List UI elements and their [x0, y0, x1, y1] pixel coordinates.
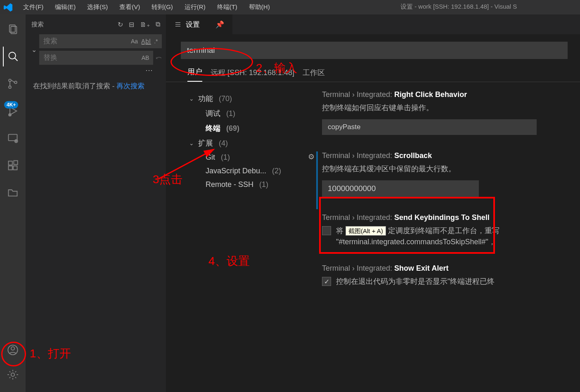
sidebar-header: 搜索 ↻ ⊟ 🗎₊ ⧉ [26, 14, 166, 34]
regex-icon[interactable]: .* [154, 38, 158, 45]
toc-features[interactable]: ⌄功能(70) [189, 91, 298, 106]
menu-bar: 文件(F) 编辑(E) 选择(S) 查看(V) 转到(G) 运行(R) 终端(T… [18, 2, 275, 13]
replace-all-icon[interactable]: ⤺ [156, 53, 162, 62]
right-click-dropdown[interactable]: copyPaste [322, 119, 537, 135]
source-control-icon[interactable] [3, 74, 23, 94]
extensions-icon[interactable] [3, 156, 23, 175]
preserve-case-icon[interactable]: AB [142, 54, 149, 61]
toggle-details-icon[interactable]: ⋯ [31, 66, 160, 75]
new-file-icon[interactable]: 🗎₊ [140, 21, 150, 28]
refresh-icon[interactable]: ↻ [118, 21, 123, 28]
settings-gear-icon[interactable] [3, 365, 23, 385]
toc-terminal[interactable]: 终端(69) [189, 121, 298, 136]
scm-badge: 4K+ [4, 101, 18, 109]
remote-explorer-icon[interactable] [3, 128, 23, 148]
settings-search-box [181, 42, 568, 59]
scrollback-input[interactable]: 10000000000 [322, 180, 479, 197]
replace-input[interactable] [43, 54, 142, 62]
setting-show-exit-alert: Terminal › Integrated: Show Exit Alert 控… [305, 264, 580, 287]
svg-point-3 [9, 79, 11, 82]
sidebar-title: 搜索 [31, 21, 44, 28]
menu-run[interactable]: 运行(R) [180, 2, 211, 13]
toc-extensions[interactable]: ⌄扩展(4) [189, 136, 298, 151]
pin-icon[interactable]: 📌 [215, 20, 224, 29]
svg-point-15 [11, 373, 14, 376]
editor-area: 设置 📌 用户 远程 [SSH: 192.168.1.48] 工作区 ⌄功能(7… [166, 14, 580, 392]
menu-selection[interactable]: 选择(S) [82, 2, 113, 13]
retry-search-link[interactable]: 再次搜索 [116, 82, 144, 90]
toc-remotessh[interactable]: Remote - SSH(1) [189, 178, 298, 191]
toc-debug[interactable]: 调试(1) [189, 106, 298, 121]
menu-go[interactable]: 转到(G) [147, 2, 178, 13]
setting-send-keybindings: Terminal › Integrated: Send Keybindings … [305, 213, 580, 248]
explorer-icon[interactable] [3, 19, 23, 39]
tab-label: 设置 [186, 20, 200, 29]
folder-icon[interactable] [3, 183, 23, 203]
setting-scrollback: ⚙ Terminal › Integrated: Scrollback 控制终端… [305, 151, 580, 197]
account-icon[interactable] [3, 340, 23, 360]
svg-rect-12 [14, 161, 17, 164]
scope-remote[interactable]: 远程 [SSH: 192.168.1.48] [211, 68, 294, 82]
menu-terminal[interactable]: 终端(T) [212, 2, 242, 13]
search-input[interactable] [43, 37, 131, 45]
toggle-replace-icon[interactable]: ⌄ [31, 46, 37, 54]
settings-list: Terminal › Integrated: Right Click Behav… [298, 82, 580, 383]
menu-file[interactable]: 文件(F) [18, 2, 48, 13]
scope-tabs: 用户 远程 [SSH: 192.168.1.48] 工作区 [166, 65, 580, 82]
menu-view[interactable]: 查看(V) [114, 2, 145, 13]
collapse-icon[interactable]: ⧉ [156, 21, 160, 28]
screenshot-tooltip: 截图(Alt + A) [346, 226, 386, 236]
search-input-wrap: Aa A̲b̲l̲ .* [39, 34, 162, 48]
svg-rect-9 [9, 161, 12, 165]
search-status: 在找到结果前取消了搜索 - 再次搜索 [26, 75, 166, 97]
search-icon[interactable] [3, 47, 23, 66]
menu-edit[interactable]: 编辑(E) [50, 2, 80, 13]
menu-help[interactable]: 帮助(H) [244, 2, 275, 13]
replace-input-wrap: AB [39, 51, 153, 65]
svg-rect-11 [13, 166, 17, 170]
svg-point-2 [9, 52, 16, 59]
tab-settings[interactable]: 设置 📌 [166, 14, 232, 34]
svg-rect-10 [9, 166, 12, 170]
scope-user[interactable]: 用户 [187, 67, 202, 82]
settings-toc: ⌄功能(70) 调试(1) 终端(69) ⌄扩展(4) Git(1) JavaS… [166, 82, 298, 383]
settings-search-input[interactable] [187, 46, 561, 55]
case-sensitive-icon[interactable]: Aa [131, 38, 138, 45]
vscode-logo-icon [3, 2, 13, 12]
scope-workspace[interactable]: 工作区 [303, 68, 325, 82]
exitalert-checkbox[interactable] [322, 277, 331, 286]
clear-icon[interactable]: ⊟ [129, 21, 134, 28]
activity-bar: 4K+ [0, 14, 26, 392]
svg-point-5 [14, 81, 17, 84]
whole-word-icon[interactable]: A̲b̲l̲ [141, 38, 151, 45]
svg-point-14 [11, 347, 14, 350]
svg-point-4 [9, 86, 11, 88]
tab-bar: 设置 📌 [166, 14, 580, 34]
toc-jsdebug[interactable]: JavaScript Debu...(2) [189, 164, 298, 178]
sendkey-checkbox[interactable] [322, 226, 331, 235]
gear-icon[interactable]: ⚙ [308, 152, 315, 161]
titlebar: 文件(F) 编辑(E) 选择(S) 查看(V) 转到(G) 运行(R) 终端(T… [0, 0, 580, 14]
sidebar: 搜索 ↻ ⊟ 🗎₊ ⧉ ⌄ Aa A̲b̲l̲ .* [26, 14, 166, 392]
window-title: 设置 - work [SSH: 192.168.1.48] - Visual S [400, 3, 517, 11]
toc-git[interactable]: Git(1) [189, 151, 298, 164]
setting-right-click: Terminal › Integrated: Right Click Behav… [305, 90, 580, 135]
